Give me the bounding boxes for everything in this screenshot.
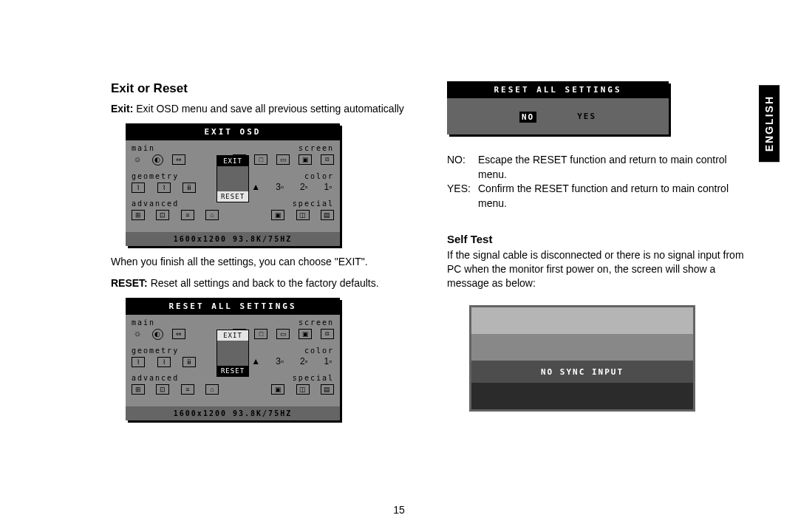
page-content: Exit or Reset Exit: Exit OSD menu and sa… bbox=[111, 81, 746, 429]
reset-body: Reset all settings and back to the facto… bbox=[148, 277, 379, 289]
adv-icon-3: ≡ bbox=[181, 210, 194, 220]
osd-tab-geometry: geometry bbox=[132, 172, 179, 180]
adv-icon-1: ⊞ bbox=[132, 210, 145, 220]
no-label: NO: bbox=[447, 153, 474, 168]
osd-exit-button[interactable]: EXIT bbox=[217, 330, 248, 341]
hpos-icon: ⇔ bbox=[172, 154, 185, 165]
geo-icon-3: ⅲ bbox=[183, 183, 196, 193]
hpos-icon: ⇔ bbox=[172, 329, 185, 339]
osd-tab-main: main bbox=[132, 144, 155, 152]
left-column: Exit or Reset Exit: Exit OSD menu and sa… bbox=[111, 81, 410, 429]
osd-tab-screen: screen bbox=[299, 318, 334, 327]
osd-tab-color: color bbox=[304, 347, 334, 355]
reset-description: RESET: Reset all settings and back to th… bbox=[111, 276, 410, 290]
osd-center-buttons: EXIT RESET bbox=[216, 330, 249, 377]
adv-icon-1: ⊞ bbox=[132, 384, 145, 395]
color-icon-1: ▲ bbox=[250, 357, 262, 366]
osd-center-buttons: EXIT RESET bbox=[216, 155, 249, 202]
contrast-icon: ◐ bbox=[152, 329, 163, 340]
vsize-icon: ▭ bbox=[276, 154, 290, 165]
geo-icon-2: ⌇ bbox=[157, 357, 171, 367]
spc-icon-2: ◫ bbox=[296, 210, 310, 220]
hsize-icon: □ bbox=[254, 154, 267, 165]
hsize-icon: □ bbox=[254, 329, 267, 339]
osd-title: RESET ALL SETTINGS bbox=[126, 298, 340, 315]
osd-tab-screen: screen bbox=[299, 144, 334, 152]
osd-title: EXIT OSD bbox=[126, 123, 340, 140]
osd-reset-button[interactable]: RESET bbox=[217, 191, 248, 202]
spc-icon-3: ▤ bbox=[321, 210, 334, 220]
adv-icon-4: ⌂ bbox=[205, 210, 219, 220]
spc-icon-3: ▤ bbox=[321, 384, 334, 395]
exit-followup: When you finish all the settings, you ca… bbox=[111, 255, 410, 269]
spc-icon-1: ▣ bbox=[271, 210, 284, 220]
yes-text: Confirm the RESET function and return to… bbox=[478, 182, 746, 211]
osd-reset-screenshot: RESET ALL SETTINGS mainscreen ☼ ◐ ⇔ ⇕ □ … bbox=[126, 298, 340, 420]
right-column: RESET ALL SETTINGS NO YES NO:Escape the … bbox=[447, 81, 746, 429]
yes-label: YES: bbox=[447, 182, 474, 197]
reset-options-descriptions: NO:Escape the RESET function and return … bbox=[447, 153, 746, 211]
spc-icon-2: ◫ bbox=[296, 384, 310, 395]
osd-footer: 1600x1200 93.8K/75HZ bbox=[126, 232, 340, 246]
color-icon-2: 3▫ bbox=[274, 183, 286, 191]
osd-tab-color: color bbox=[304, 172, 334, 180]
osd-tab-geometry: geometry bbox=[132, 347, 179, 355]
color-icon-4: 1▫ bbox=[322, 357, 334, 366]
nosync-band-1 bbox=[471, 307, 693, 334]
vsize-icon: ▭ bbox=[276, 329, 290, 339]
contrast-icon: ◐ bbox=[152, 154, 163, 166]
adv-icon-2: ⊡ bbox=[156, 210, 169, 220]
reset-dialog-screenshot: RESET ALL SETTINGS NO YES bbox=[447, 81, 669, 134]
pincushion-icon: ▣ bbox=[299, 154, 312, 165]
language-tab: ENGLISH bbox=[759, 85, 780, 162]
nosync-band-2 bbox=[471, 334, 693, 361]
nosync-screenshot: NO SYNC INPUT bbox=[469, 305, 695, 412]
color-icon-4: 1▫ bbox=[322, 183, 334, 191]
geo-icon-1: ⌇ bbox=[132, 357, 145, 367]
nosync-message: NO SYNC INPUT bbox=[471, 361, 693, 383]
osd-tab-main: main bbox=[132, 318, 155, 327]
spc-icon-1: ▣ bbox=[271, 384, 284, 395]
geo-icon-3: ⅲ bbox=[183, 357, 196, 367]
osd-reset-button[interactable]: RESET bbox=[217, 366, 248, 376]
section-heading-exit-reset: Exit or Reset bbox=[111, 81, 410, 96]
section-heading-selftest: Self Test bbox=[447, 233, 746, 245]
osd-tab-special: special bbox=[293, 200, 334, 208]
color-icon-3: 2▫ bbox=[298, 357, 310, 366]
geo-icon-2: ⌇ bbox=[157, 183, 171, 193]
reset-option-no[interactable]: NO bbox=[519, 112, 536, 123]
osd-footer: 1600x1200 93.8K/75HZ bbox=[126, 406, 340, 420]
reset-dialog-title: RESET ALL SETTINGS bbox=[447, 81, 669, 98]
osd-tab-advanced: advanced bbox=[132, 374, 179, 382]
adv-icon-3: ≡ bbox=[181, 384, 194, 395]
osd-body: mainscreen ☼ ◐ ⇔ ⇕ □ ▭ ▣ ⧈ geometrycolor… bbox=[126, 140, 340, 232]
pincushion-icon: ▣ bbox=[299, 329, 312, 339]
adv-icon-4: ⌂ bbox=[205, 384, 219, 395]
osd-tab-advanced: advanced bbox=[132, 200, 179, 208]
exit-term: Exit: bbox=[111, 103, 133, 115]
color-icon-3: 2▫ bbox=[298, 183, 310, 191]
geo-icon-1: ⌇ bbox=[132, 183, 145, 193]
nosync-band-4 bbox=[471, 383, 693, 409]
osd-body: mainscreen ☼ ◐ ⇔ ⇕ □ ▭ ▣ ⧈ geometrycolor… bbox=[126, 315, 340, 406]
zoom-icon: ⧈ bbox=[321, 154, 334, 165]
brightness-icon: ☼ bbox=[132, 154, 143, 163]
selftest-text: If the signal cable is disconnected or t… bbox=[447, 248, 746, 290]
reset-term: RESET: bbox=[111, 277, 148, 289]
color-icon-2: 3▫ bbox=[274, 357, 286, 366]
reset-option-yes[interactable]: YES bbox=[577, 112, 596, 123]
zoom-icon: ⧈ bbox=[321, 329, 334, 339]
osd-exit-screenshot: EXIT OSD mainscreen ☼ ◐ ⇔ ⇕ □ ▭ ▣ ⧈ geom… bbox=[126, 123, 340, 246]
no-text: Escape the RESET function and return to … bbox=[478, 153, 746, 182]
exit-description: Exit: Exit OSD menu and save all previou… bbox=[111, 102, 410, 116]
page-number: 15 bbox=[0, 504, 798, 516]
osd-tab-special: special bbox=[293, 374, 334, 382]
osd-exit-button[interactable]: EXIT bbox=[217, 156, 248, 166]
exit-body: Exit OSD menu and save all previous sett… bbox=[133, 103, 404, 115]
color-icon-1: ▲ bbox=[250, 183, 262, 191]
brightness-icon: ☼ bbox=[132, 329, 143, 338]
adv-icon-2: ⊡ bbox=[156, 384, 169, 395]
